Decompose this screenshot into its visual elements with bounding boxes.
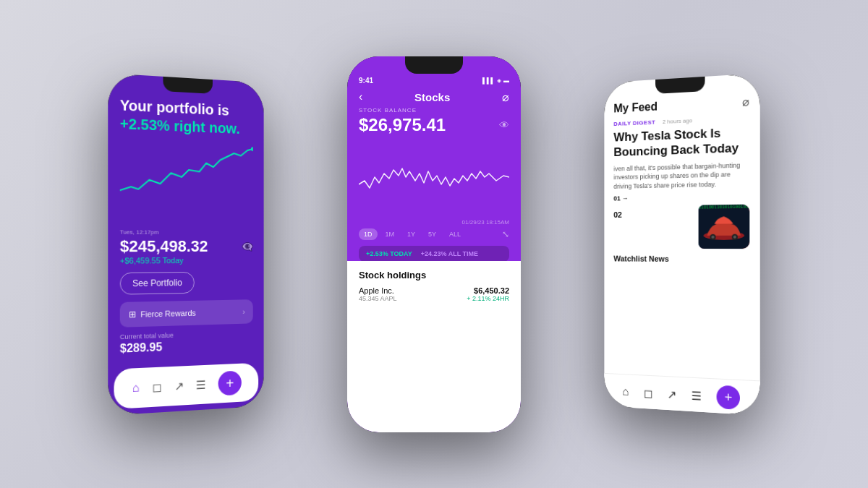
- eye-icon-center[interactable]: 👁: [499, 119, 509, 131]
- holding-name: Apple Inc.: [359, 286, 397, 295]
- digest-tag: DAILY DIGEST: [613, 119, 655, 127]
- stock-balance-amount: $26,975.41: [359, 115, 446, 135]
- time-tabs: 1D 1M 1Y 5Y ALL ⤡: [359, 228, 509, 240]
- article-2-image: 0101001101010100101011010100101101010100…: [699, 204, 750, 249]
- right-screen-body: My Feed ⌀ DAILY DIGEST 2 hours ago Why T…: [604, 87, 760, 380]
- holding-ticker: 45.345 AAPL: [359, 295, 397, 302]
- rewards-left: ⊞ Fierce Rewards: [129, 307, 196, 319]
- center-bottom-section: Stock holdings Apple Inc. 45.345 AAPL $6…: [347, 261, 521, 432]
- article-2-num: 02: [613, 210, 692, 219]
- stock-balance-label: STOCK BALANCE: [359, 107, 509, 114]
- bottom-nav-left: ⌂ ◻ ↗ ☰ +: [114, 362, 259, 408]
- article-2-text: 02: [613, 205, 692, 249]
- stat-alltime: +24.23% ALL TIME: [421, 250, 478, 257]
- phone-center: 9:41 ▌▌▌ ◈ ▬ ‹ Stocks ⌀ STOCK BALANCE $2…: [347, 56, 521, 432]
- notch-left: [163, 76, 212, 93]
- holding-value: $6,450.32: [467, 286, 509, 295]
- bottom-nav-right: ⌂ ◻ ↗ ☰ +: [604, 372, 760, 415]
- back-arrow-icon[interactable]: ‹: [359, 90, 362, 103]
- tab-1m[interactable]: 1M: [380, 228, 400, 240]
- notch-center: [405, 56, 463, 74]
- date-time: Tues, 12:17pm: [120, 228, 253, 236]
- see-portfolio-button[interactable]: See Portfolio: [120, 271, 195, 294]
- stats-row: +2.53% TODAY +24.23% ALL TIME: [359, 246, 509, 261]
- wallet-nav-icon[interactable]: ◻: [153, 380, 162, 394]
- tab-5y[interactable]: 5Y: [423, 228, 441, 240]
- tab-1y[interactable]: 1Y: [402, 228, 420, 240]
- expand-icon[interactable]: ⤡: [502, 229, 509, 239]
- stat-today: +2.53% TODAY: [366, 250, 412, 257]
- car-silhouette: [699, 204, 750, 249]
- article-1: DAILY DIGEST 2 hours ago Why Tesla Stock…: [613, 114, 749, 202]
- add-button-right[interactable]: +: [717, 385, 740, 409]
- holding-info: Apple Inc. 45.345 AAPL: [359, 286, 397, 302]
- home-nav-icon-right[interactable]: ⌂: [622, 385, 629, 398]
- feed-title: My Feed: [613, 100, 658, 115]
- holdings-title: Stock holdings: [359, 270, 509, 281]
- holding-change: + 2.11% 24HR: [467, 295, 509, 302]
- stocks-title: Stocks: [414, 91, 450, 103]
- wallet-nav-icon-right[interactable]: ◻: [643, 385, 652, 399]
- rewards-label: Fierce Rewards: [140, 308, 195, 318]
- status-time: 9:41: [359, 77, 373, 85]
- status-bar-center: 9:41 ▌▌▌ ◈ ▬: [347, 74, 521, 85]
- portfolio-chart: [120, 138, 253, 223]
- holding-row[interactable]: Apple Inc. 45.345 AAPL $6,450.32 + 2.11%…: [359, 286, 509, 302]
- home-nav-icon[interactable]: ⌂: [132, 381, 140, 395]
- left-screen-body: Your portfolio is +2.53% right now. Tues…: [108, 87, 263, 369]
- balance-amount: $245,498.32: [120, 236, 208, 256]
- article-link[interactable]: 01 →: [613, 192, 749, 202]
- stocks-chart: [359, 141, 509, 216]
- rewards-chevron-icon: ›: [242, 307, 244, 315]
- watchlist-label: Watchlist News: [613, 254, 749, 263]
- phone-left: Your portfolio is +2.53% right now. Tues…: [108, 73, 263, 416]
- center-screen-body: STOCK BALANCE $26,975.41 👁 01/29/23 18:1…: [347, 107, 521, 261]
- chart-nav-icon[interactable]: ↗: [174, 378, 184, 393]
- chart-nav-icon-right[interactable]: ↗: [667, 387, 676, 401]
- notch-right: [655, 76, 705, 93]
- rewards-bar[interactable]: ⊞ Fierce Rewards ›: [120, 299, 253, 328]
- user-icon-center[interactable]: ⌀: [502, 90, 509, 104]
- digest-time: 2 hours ago: [663, 117, 692, 125]
- status-icons: ▌▌▌ ◈ ▬: [482, 77, 509, 84]
- rewards-icon: ⊞: [129, 309, 136, 320]
- doc-nav-icon-right[interactable]: ☰: [692, 388, 702, 403]
- article-2-card[interactable]: 02 0101001101010100101011010100101101010…: [613, 204, 749, 249]
- feed-header: My Feed ⌀: [613, 94, 749, 115]
- center-top-bar: ‹ Stocks ⌀: [347, 85, 521, 107]
- phone-right: My Feed ⌀ DAILY DIGEST 2 hours ago Why T…: [604, 73, 760, 416]
- article-body: iven all that, it's possible that bargai…: [613, 160, 749, 191]
- balance-change: +$6,459.55 Today: [120, 255, 253, 265]
- stat-today-value: +2.53% TODAY: [366, 250, 412, 257]
- holding-values: $6,450.32 + 2.11% 24HR: [467, 286, 509, 302]
- doc-nav-icon[interactable]: ☰: [196, 377, 206, 392]
- add-button[interactable]: +: [218, 370, 242, 395]
- stat-alltime-value: +24.23% ALL TIME: [421, 250, 478, 257]
- eye-icon[interactable]: 👁‍🗨: [242, 241, 253, 252]
- svg-point-0: [251, 147, 253, 151]
- tab-1d[interactable]: 1D: [359, 228, 378, 240]
- user-icon-right[interactable]: ⌀: [742, 94, 749, 108]
- article-title: Why Tesla Stock Is Bouncing Back Today: [613, 124, 749, 160]
- chart-date: 01/29/23 18:15AM: [359, 219, 509, 226]
- tab-all[interactable]: ALL: [444, 228, 466, 240]
